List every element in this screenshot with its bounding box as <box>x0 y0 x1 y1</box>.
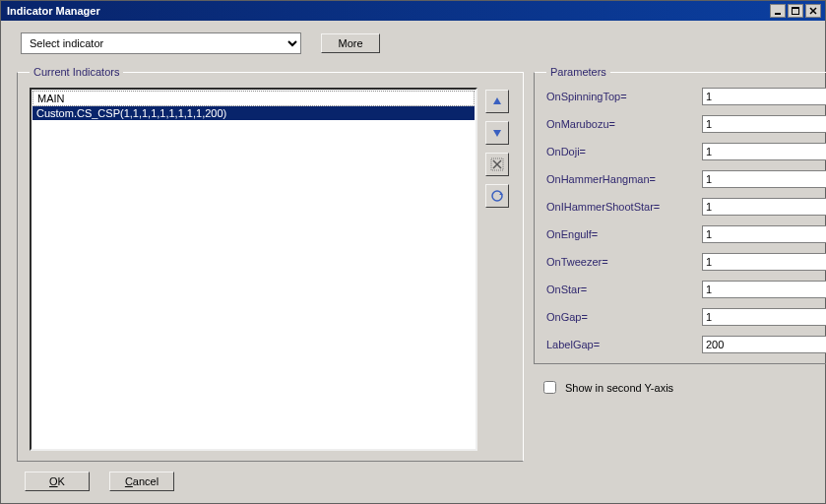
parameter-input[interactable] <box>702 308 826 326</box>
parameter-label: OnGap= <box>546 311 702 323</box>
content-area: Select indicator More Current Indicators… <box>1 21 825 503</box>
triangle-up-icon <box>491 95 503 107</box>
main-area: Current Indicators MAINCustom.CS_CSP(1,1… <box>17 66 809 462</box>
minimize-icon <box>774 7 782 15</box>
list-item[interactable]: Custom.CS_CSP(1,1,1,1,1,1,1,1,1,200) <box>32 106 475 120</box>
delete-button[interactable] <box>485 153 509 176</box>
parameter-input[interactable] <box>702 88 826 105</box>
svg-marker-5 <box>493 97 501 104</box>
left-column: Current Indicators MAINCustom.CS_CSP(1,1… <box>17 66 524 462</box>
close-icon <box>809 7 817 15</box>
svg-marker-11 <box>499 193 503 195</box>
close-button[interactable] <box>805 4 821 18</box>
parameter-input[interactable] <box>702 198 826 216</box>
parameter-input[interactable] <box>702 336 826 353</box>
parameter-input[interactable] <box>702 253 826 271</box>
parameter-label: LabelGap= <box>546 339 702 350</box>
parameter-label: OnTweezer= <box>546 256 702 268</box>
right-column: Parameters OnSpinningTop=OnMarubozu=OnDo… <box>534 66 809 462</box>
parameter-row: OnDoji= <box>546 143 826 160</box>
parameter-input[interactable] <box>702 115 826 133</box>
parameter-row: OnIHammerShootStar= <box>546 198 826 216</box>
show-second-y-row[interactable]: Show in second Y-axis <box>540 378 809 397</box>
parameter-label: OnSpinningTop= <box>546 91 702 102</box>
indicator-manager-window: Indicator Manager Select indicator More … <box>0 0 826 504</box>
svg-point-10 <box>492 191 502 201</box>
svg-marker-6 <box>493 130 501 137</box>
svg-rect-2 <box>792 7 799 9</box>
list-side-buttons <box>485 88 511 451</box>
list-item[interactable]: MAIN <box>32 91 475 106</box>
refresh-button[interactable] <box>485 184 509 208</box>
top-row: Select indicator More <box>21 32 809 54</box>
indicator-dropdown[interactable]: Select indicator <box>21 32 301 54</box>
parameter-input[interactable] <box>702 170 826 188</box>
cancel-button[interactable]: Cancel <box>109 472 174 491</box>
show-second-y-checkbox[interactable] <box>543 381 556 394</box>
triangle-down-icon <box>491 127 503 139</box>
parameter-label: OnStar= <box>546 284 702 295</box>
parameter-row: OnMarubozu= <box>546 115 826 133</box>
parameter-row: OnEngulf= <box>546 225 826 243</box>
parameter-label: OnMarubozu= <box>546 118 702 130</box>
minimize-button[interactable] <box>770 4 786 18</box>
indicator-listbox[interactable]: MAINCustom.CS_CSP(1,1,1,1,1,1,1,1,1,200) <box>30 88 477 451</box>
maximize-icon <box>792 7 799 15</box>
parameter-row: OnGap= <box>546 308 826 326</box>
more-button[interactable]: More <box>321 33 380 53</box>
move-down-button[interactable] <box>485 121 509 145</box>
ok-button[interactable]: OK <box>25 472 90 491</box>
current-indicators-legend: Current Indicators <box>30 66 123 78</box>
parameter-label: OnHammerHangman= <box>546 173 702 185</box>
parameters-group: Parameters OnSpinningTop=OnMarubozu=OnDo… <box>534 66 826 364</box>
parameter-row: OnHammerHangman= <box>546 170 826 188</box>
parameter-input[interactable] <box>702 143 826 160</box>
parameters-grid: OnSpinningTop=OnMarubozu=OnDoji=OnHammer… <box>546 88 826 353</box>
parameter-label: OnIHammerShootStar= <box>546 201 702 213</box>
maximize-button[interactable] <box>788 4 803 18</box>
parameters-legend: Parameters <box>546 66 610 78</box>
show-second-y-label: Show in second Y-axis <box>565 382 673 394</box>
footer: OK Cancel <box>17 462 809 491</box>
parameter-input[interactable] <box>702 281 826 298</box>
parameter-row: OnSpinningTop= <box>546 88 826 105</box>
current-indicators-row: MAINCustom.CS_CSP(1,1,1,1,1,1,1,1,1,200) <box>30 88 511 451</box>
parameter-label: OnDoji= <box>546 146 702 158</box>
x-delete-icon <box>490 158 504 171</box>
svg-rect-0 <box>775 13 781 15</box>
current-indicators-group: Current Indicators MAINCustom.CS_CSP(1,1… <box>17 66 524 462</box>
parameter-row: OnTweezer= <box>546 253 826 271</box>
parameter-label: OnEngulf= <box>546 228 702 240</box>
move-up-button[interactable] <box>485 90 509 113</box>
indicator-select[interactable]: Select indicator <box>21 32 301 54</box>
window-title: Indicator Manager <box>7 5 768 17</box>
parameter-row: LabelGap= <box>546 336 826 353</box>
circle-arrow-icon <box>490 189 504 203</box>
titlebar: Indicator Manager <box>1 1 825 21</box>
parameter-input[interactable] <box>702 225 826 243</box>
parameter-row: OnStar= <box>546 281 826 298</box>
